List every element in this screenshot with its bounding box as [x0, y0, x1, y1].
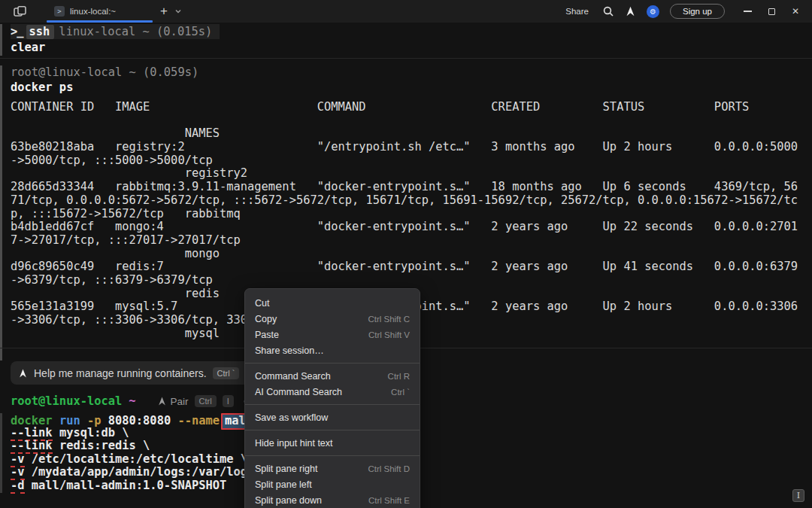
close-button[interactable]: ✕ [783, 0, 807, 23]
arg-text: mall/mall-admin:1.0-SNAPSHOT [25, 479, 227, 492]
command-line-1[interactable]: docker run -p 8080:8080 --namemal [11, 413, 268, 427]
flag-d: -d [11, 479, 25, 494]
menu-divider [245, 455, 420, 456]
output-line: 7->27017/tcp, :::27017->27017/tcp [11, 234, 798, 248]
output-line: b4db1edd67cf mongo:4 "docker-entrypoint.… [11, 221, 798, 234]
menu-divider [245, 363, 420, 364]
settings-notification-icon[interactable]: ⚙ [647, 5, 659, 18]
output-line: registry2 [11, 167, 798, 181]
menu-item-split-pane-left[interactable]: Split pane left [245, 476, 420, 492]
menu-divider [245, 430, 420, 430]
new-tab-button[interactable]: + [156, 2, 172, 20]
output-line: d96c89650c49 redis:7 "docker-entrypoint.… [11, 260, 798, 274]
pair-label: Pair [171, 396, 189, 407]
arg-text: redis:redis \ [53, 439, 150, 452]
status-indicator-badge[interactable]: I [792, 489, 804, 502]
output-line: CONTAINER ID IMAGE COMMAND CREATED STATU… [11, 101, 798, 114]
terminal-tab-icon: > [54, 6, 65, 17]
tab-title: linux-local:~ [70, 7, 116, 16]
prompt-context-text: root@linux-local ~ (0.059s) [11, 65, 798, 79]
pair-key-chip: Ctrl [195, 395, 217, 407]
menu-item-split-pane-right[interactable]: Split pane rightCtrl Shift D [245, 461, 420, 476]
block-indicator-bar [0, 24, 2, 56]
minimize-icon [744, 11, 752, 12]
menu-item-save-as-workflow[interactable]: Save as workflow [245, 409, 420, 425]
minimize-button[interactable] [735, 0, 759, 23]
warp-pair-icon [157, 396, 167, 406]
prompt-user-host: root@linux-local [11, 394, 122, 408]
ssh-context-text: linux-local ~ (0.015s) [59, 25, 212, 38]
share-button[interactable]: Share [565, 7, 589, 16]
arg-text: /mydata/app/admin/logs:/var/logs \ [25, 465, 268, 479]
command-block-ssh[interactable]: >_ ssh linux-local ~ (0.015s) clear [11, 24, 220, 55]
block-divider [0, 58, 812, 59]
pair-key-chip: I [223, 395, 234, 407]
command-line-6[interactable]: -d mall/mall-admin:1.0-SNAPSHOT [11, 479, 268, 493]
menu-item-copy[interactable]: CopyCtrl Shift C [245, 311, 420, 327]
prompt-path-symbol: ~ [129, 394, 135, 408]
input-prompt-row: root@linux-local ~ Pair Ctrl I [11, 393, 254, 409]
signup-button[interactable]: Sign up [670, 4, 725, 19]
arg-text: mysql:db \ [53, 426, 129, 440]
output-line: 63be80218aba registry:2 "/entrypoint.sh … [11, 141, 798, 154]
search-icon[interactable] [602, 5, 614, 17]
output-line: 71/tcp, 0.0.0.0:5672->5672/tcp, :::5672-… [11, 194, 798, 208]
output-line: ->6379/tcp, :::6379->6379/tcp [11, 274, 798, 287]
output-line [11, 114, 798, 128]
menu-item-hide-input-hint[interactable]: Hide input hint text [245, 435, 420, 451]
ssh-command-chip: ssh [26, 25, 55, 39]
maximize-button[interactable] [759, 0, 783, 23]
menu-item-cut[interactable]: Cut [245, 295, 420, 311]
menu-item-split-pane-down[interactable]: Split pane downCtrl Shift E [245, 492, 420, 508]
block-indicator-bar [0, 65, 2, 360]
token-flag-name: --name [171, 414, 220, 427]
ssh-command-line: >_ ssh linux-local ~ (0.015s) [11, 24, 220, 39]
menu-divider [245, 404, 420, 405]
prompt-icon: >_ [11, 25, 23, 38]
active-tab-underline [47, 20, 153, 23]
command-line-3[interactable]: --link redis:redis \ [11, 440, 268, 453]
tab-list-chevron-icon[interactable] [174, 7, 183, 16]
output-line: p, :::15672->15672/tcp rabbitmq [11, 208, 798, 221]
warp-ai-icon[interactable] [625, 5, 636, 17]
tab-linux-local[interactable]: > linux-local:~ [47, 0, 152, 23]
block-indicator-bar [0, 413, 2, 493]
clear-command-text: clear [11, 40, 220, 55]
ai-hint-banner[interactable]: Help me manage running containers. Ctrl … [11, 361, 275, 385]
titlebar: > linux-local:~ + Share ⚙ Sign up ✕ [0, 0, 812, 23]
output-line: ->5000/tcp, :::5000->5000/tcp [11, 154, 798, 168]
ai-hint-text: Help me manage running containers. [34, 367, 207, 379]
output-line: 28d665d33344 rabbitmq:3.9.11-management … [11, 181, 798, 194]
gear-icon: ⚙ [647, 5, 659, 18]
context-menu: Cut CopyCtrl Shift C PasteCtrl Shift V S… [244, 288, 420, 508]
output-line: mongo [11, 248, 798, 261]
maximize-icon [768, 8, 775, 15]
docker-ps-command-text: docker ps [11, 80, 798, 95]
command-line-5[interactable]: -v /mydata/app/admin/logs:/var/logs \ [11, 466, 268, 479]
warp-ai-icon [18, 368, 28, 379]
ai-hint-shortcut-chip: Ctrl ` [213, 367, 240, 379]
command-input[interactable]: docker run -p 8080:8080 --namemal --link… [11, 413, 268, 493]
command-line-4[interactable]: -v /etc/localtime:/etc/localtime \ [11, 453, 268, 467]
pair-indicator[interactable]: Pair Ctrl I [157, 395, 254, 407]
output-line: NAMES [11, 127, 798, 141]
arg-text: /etc/localtime:/etc/localtime \ [25, 452, 248, 466]
menu-item-paste[interactable]: PasteCtrl Shift V [245, 327, 420, 342]
menu-item-ai-command-search[interactable]: AI Command SearchCtrl ` [245, 384, 420, 400]
app-panels-icon[interactable] [14, 6, 27, 17]
menu-item-command-search[interactable]: Command SearchCtrl R [245, 368, 420, 384]
menu-item-share-session[interactable]: Share session… [245, 342, 420, 358]
